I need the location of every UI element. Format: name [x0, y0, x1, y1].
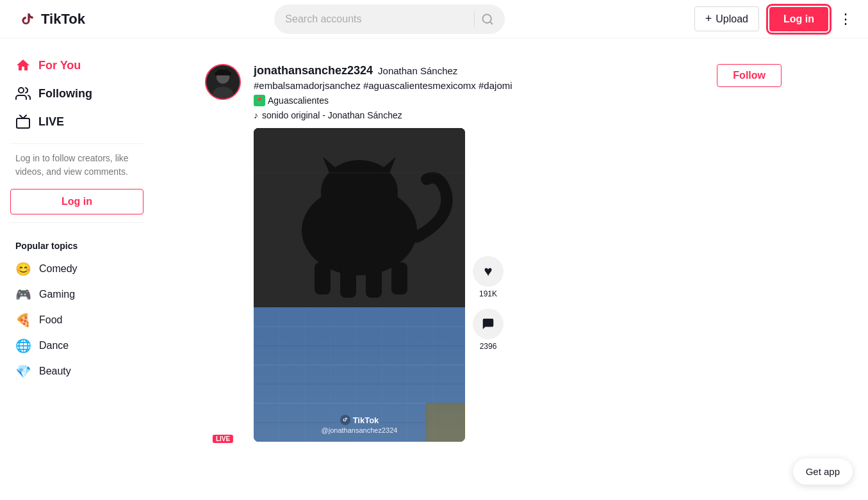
avatar-svg [206, 64, 240, 100]
svg-rect-13 [366, 266, 382, 298]
sidebar-item-live[interactable]: LIVE [0, 108, 154, 136]
sidebar-divider-2 [10, 222, 143, 223]
location-text: Aguascalientes [268, 95, 329, 106]
svg-point-36 [340, 415, 350, 425]
plus-icon: + [705, 12, 712, 26]
comment-count: 2396 [480, 342, 497, 351]
svg-rect-8 [217, 70, 229, 74]
avatar-image [206, 65, 240, 99]
topic-gaming[interactable]: 🎮 Gaming [0, 282, 154, 307]
search-bar [274, 4, 505, 34]
svg-line-1 [490, 21, 493, 24]
comedy-icon: 😊 [15, 261, 31, 277]
video-info: jonathansanchez2324 Jonathan Sánchez #em… [254, 64, 782, 442]
comment-button[interactable] [473, 309, 504, 339]
beauty-icon: 💎 [15, 364, 31, 379]
like-button-container: ♥ 191K [473, 256, 504, 298]
topic-dance-label: Dance [39, 340, 69, 351]
popular-topics-title: Popular topics [0, 230, 154, 256]
watermark-logo: TikTok [340, 415, 379, 425]
video-actions: ♥ 191K 2396 [473, 128, 504, 351]
live-badge: LIVE [213, 435, 233, 443]
upload-button[interactable]: + Upload [694, 6, 759, 31]
hashtag-1[interactable]: #embalsamadorjsanchez [254, 80, 361, 91]
comment-button-container: 2396 [473, 309, 504, 351]
hashtag-3[interactable]: #dajomi [479, 80, 512, 91]
topic-beauty[interactable]: 💎 Beauty [0, 359, 154, 384]
search-input[interactable] [285, 13, 468, 25]
location-icon: 📍 [254, 95, 265, 106]
svg-point-2 [19, 88, 24, 93]
video-sound[interactable]: ♪ sonido original - Jonathan Sánchez [254, 110, 512, 120]
sound-text: sonido original - Jonathan Sánchez [262, 110, 402, 120]
header: TikTok + Upload Log in ⋮ [0, 0, 868, 38]
author-info: jonathansanchez2324 Jonathan Sánchez #em… [254, 64, 512, 128]
topic-comedy-label: Comedy [39, 263, 78, 275]
watermark-text: TikTok [353, 415, 379, 425]
topic-beauty-label: Beauty [39, 366, 71, 377]
follow-button[interactable]: Follow [717, 64, 782, 87]
video-location: 📍 Aguascalientes [254, 95, 512, 106]
get-app-button[interactable]: Get app [793, 458, 853, 485]
watermark-tiktok-icon [340, 415, 350, 425]
hashtag-2[interactable]: #aguascalientesmexicomx [363, 80, 476, 91]
music-icon: ♪ [254, 110, 258, 120]
video-watermark: TikTok @jonathansanchez2324 [254, 415, 465, 434]
svg-rect-12 [340, 266, 356, 298]
header-actions: + Upload Log in ⋮ [694, 6, 853, 31]
main-content: LIVE jonathansanchez2324 Jonathan Sánche… [154, 38, 868, 500]
username[interactable]: jonathansanchez2324 [254, 64, 373, 77]
home-icon [15, 58, 31, 73]
for-you-label: For You [38, 59, 81, 72]
author-name-row: jonathansanchez2324 Jonathan Sánchez [254, 64, 512, 77]
following-icon [15, 86, 31, 101]
search-divider [474, 12, 475, 27]
avatar-container[interactable]: LIVE [205, 64, 241, 442]
like-button[interactable]: ♥ [473, 256, 504, 287]
sidebar-item-for-you[interactable]: For You [0, 51, 154, 79]
live-label: LIVE [38, 115, 64, 129]
following-label: Following [38, 87, 92, 101]
logo[interactable]: TikTok [15, 8, 85, 30]
sidebar-divider-1 [10, 143, 143, 144]
svg-rect-3 [17, 118, 29, 128]
topic-food-label: Food [39, 314, 62, 326]
more-options-button[interactable]: ⋮ [839, 11, 853, 28]
search-icon [481, 13, 494, 26]
svg-rect-11 [315, 262, 331, 294]
search-button[interactable] [481, 13, 494, 26]
video-description: #embalsamadorjsanchez #aguascalientesmex… [254, 80, 512, 91]
author-avatar [205, 64, 241, 100]
video-top-frame [254, 128, 465, 307]
sidebar-item-following[interactable]: Following [0, 79, 154, 108]
video-bottom-frame: TikTok @jonathansanchez2324 [254, 307, 465, 442]
tiktok-logo-icon [15, 8, 37, 30]
video-post: LIVE jonathansanchez2324 Jonathan Sánche… [205, 51, 782, 455]
food-icon: 🍕 [15, 312, 31, 328]
upload-label: Upload [716, 13, 748, 25]
post-header-row: jonathansanchez2324 Jonathan Sánchez #em… [254, 64, 782, 128]
watermark-handle: @jonathansanchez2324 [322, 426, 398, 434]
main-layout: For You Following LIVE [0, 38, 868, 500]
topic-dance[interactable]: 🌐 Dance [0, 333, 154, 359]
dance-icon: 🌐 [15, 338, 31, 353]
live-icon [15, 114, 31, 129]
login-button[interactable]: Log in [769, 7, 828, 31]
logo-text: TikTok [41, 11, 85, 28]
svg-rect-14 [391, 262, 407, 294]
heart-icon: ♥ [484, 263, 492, 280]
sidebar: For You Following LIVE [0, 38, 154, 500]
like-count: 191K [479, 289, 497, 298]
video-container: TikTok @jonathansanchez2324 ♥ 19 [254, 128, 782, 442]
animal-silhouette [254, 128, 465, 307]
display-name: Jonathan Sánchez [378, 65, 457, 76]
gaming-icon: 🎮 [15, 287, 31, 302]
topic-gaming-label: Gaming [39, 289, 75, 300]
sidebar-login-prompt: Log in to follow creators, like videos, … [0, 152, 154, 179]
comment-icon [481, 317, 495, 331]
video-thumbnail[interactable]: TikTok @jonathansanchez2324 [254, 128, 465, 442]
more-icon: ⋮ [839, 11, 853, 28]
topic-comedy[interactable]: 😊 Comedy [0, 256, 154, 282]
sidebar-login-button[interactable]: Log in [10, 189, 143, 214]
topic-food[interactable]: 🍕 Food [0, 307, 154, 333]
